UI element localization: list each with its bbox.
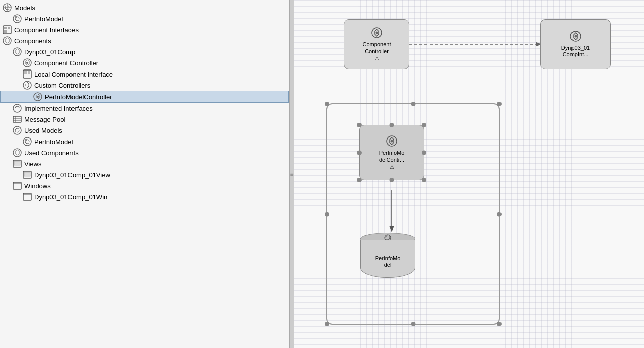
comp-ctrl-canvas-icon [371,27,382,40]
svg-point-22 [13,126,21,134]
tree-item-view01[interactable]: Dynp03_01Comp_01View [0,169,289,180]
perinfomodel2-icon [22,137,32,146]
tree-item-perinfomodel[interactable]: PerInfoModel [0,13,289,24]
windows-label: Windows [24,182,51,190]
svg-point-23 [23,137,31,146]
tree-item-custom-ctrl[interactable]: Custom Controllers [0,80,289,91]
svg-rect-6 [4,30,7,33]
used-components-icon [12,148,22,157]
svg-point-17 [13,104,21,112]
svg-rect-43 [385,235,387,237]
perinfomodel-db-node[interactable]: PerInfoModel [360,233,415,278]
views-label: Views [24,160,41,168]
perinfomodel-ctrl-canvas-label: PerInfoModelContr... [379,150,405,163]
custom-ctrl-icon [22,81,32,90]
handle-bot-left[interactable] [325,322,329,326]
msg-pool-icon [12,115,22,124]
win01-label: Dynp03_01Comp_01Win [34,193,107,201]
custom-ctrl-label: Custom Controllers [34,82,90,89]
perinfomodel-ctrl-icon [33,92,43,101]
tree-item-windows[interactable]: Windows [0,180,289,191]
tree-item-components[interactable]: Components [0,35,289,46]
sel-handle-mr[interactable] [422,151,426,155]
comp-ctrl-icon [22,58,32,67]
perinfomodel-ctrl-canvas-icon [386,135,397,149]
tree-item-comp-ctrl[interactable]: Component Controller [0,57,289,68]
db-label: PerInfoModel [361,255,415,268]
sel-handle-bl[interactable] [357,178,362,182]
svg-rect-32 [23,193,31,200]
win01-icon [22,192,32,201]
models-icon [2,3,12,12]
tree-item-perinfomodel-ctrl[interactable]: PerInfoModelController [0,91,289,103]
tree-item-local-comp-iface[interactable]: Local Component Interface [0,68,289,80]
comp-ctrl-warn: ⚠ [375,56,379,61]
svg-rect-5 [8,27,10,29]
svg-point-37 [376,32,378,34]
tree-item-win01[interactable]: Dynp03_01Comp_01Win [0,191,289,202]
sel-handle-bm[interactable] [390,178,394,182]
models-label: Models [14,4,35,12]
panel-splitter[interactable]: ≡ [290,0,294,348]
dynp03-icon [12,47,22,56]
used-components-label: Used Components [24,149,79,157]
local-comp-iface-label: Local Component Interface [34,71,113,78]
tree-item-perinfomodel2[interactable]: PerInfoModel [0,136,289,147]
view01-label: Dynp03_01Comp_01View [34,171,110,179]
db-cylinder: PerInfoModel [360,233,415,278]
impl-iface-label: Implemented Interfaces [24,105,93,112]
views-icon [12,159,22,168]
handle-top-mid[interactable] [411,102,415,106]
sel-handle-tm[interactable] [390,123,394,127]
handle-bot-mid[interactable] [411,322,415,326]
sel-handle-br[interactable] [422,178,426,182]
dynp03-compint-canvas-label: Dynp03_01CompInt... [561,45,590,58]
tree-item-views[interactable]: Views [0,158,289,169]
handle-top-right[interactable] [497,102,502,106]
tree-item-msg-pool[interactable]: Message Pool [0,114,289,125]
dynp03-label: Dynp03_01Comp [24,48,75,56]
components-label: Components [14,37,51,45]
svg-point-39 [575,35,577,37]
svg-point-10 [26,62,28,64]
local-comp-iface-icon [22,69,32,79]
used-models-icon [12,126,22,135]
perinfomodel-ctrl-canvas-node[interactable]: PerInfoModelContr... ⚠ [359,125,424,180]
sel-handle-ml[interactable] [357,151,362,155]
svg-rect-24 [25,139,27,141]
canvas-panel: ComponentController ⚠ Dynp03_01CompInt..… [294,0,644,348]
used-models-label: Used Models [24,127,62,134]
svg-rect-13 [28,71,30,74]
comp-ctrl-label: Component Controller [34,59,98,67]
perinfomodel2-label: PerInfoModel [34,138,73,146]
handle-top-left[interactable] [325,102,329,106]
perinfomodel-icon [12,14,22,23]
sel-handle-tr[interactable] [422,123,426,127]
svg-point-1 [13,15,21,23]
tree-item-models[interactable]: Models [0,2,289,13]
perinfomodel-ctrl-label: PerInfoModelController [45,93,112,101]
component-interfaces-icon [2,25,12,34]
handle-mid-left[interactable] [325,212,329,217]
tree-item-component-interfaces[interactable]: Component Interfaces [0,24,289,35]
tree-item-used-components[interactable]: Used Components [0,147,289,158]
tree-item-impl-iface[interactable]: Implemented Interfaces [0,103,289,114]
components-icon [2,36,12,45]
impl-iface-icon [12,104,22,113]
svg-rect-4 [4,27,7,29]
windows-icon [12,181,22,190]
svg-rect-2 [15,16,17,18]
svg-rect-29 [24,172,30,176]
comp-controller-canvas-node[interactable]: ComponentController ⚠ [344,19,409,69]
sel-handle-tl[interactable] [357,123,362,127]
tree-item-dynp03[interactable]: Dynp03_01Comp [0,46,289,57]
msg-pool-label: Message Pool [24,116,65,123]
handle-bot-right[interactable] [497,322,502,326]
dynp03-compint-icon [570,31,581,44]
handle-mid-right[interactable] [497,212,502,217]
svg-rect-30 [13,182,21,189]
tree-item-used-models[interactable]: Used Models [0,125,289,136]
dynp03-compint-canvas-node[interactable]: Dynp03_01CompInt... [540,19,611,69]
splitter-icon: ≡ [290,171,293,178]
view01-icon [22,170,32,179]
